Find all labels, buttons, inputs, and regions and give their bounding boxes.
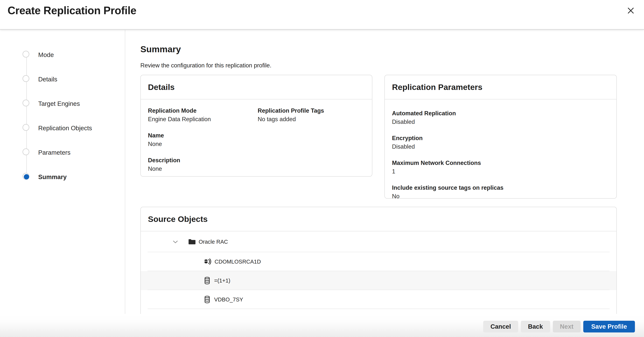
field-label: Include existing source tags on replicas — [392, 184, 609, 192]
step-mode[interactable]: Mode — [0, 51, 125, 59]
source-objects-card-header: Source Objects — [141, 207, 616, 231]
field-value: Disabled — [392, 118, 609, 126]
field-encryption: Encryption Disabled — [392, 134, 609, 151]
tree-row-oracle-rac[interactable]: Oracle RAC — [141, 231, 616, 252]
stepper-connector-line — [26, 55, 27, 177]
field-include-source-tags: Include existing source tags on replicas… — [392, 184, 609, 200]
back-button[interactable]: Back — [521, 321, 550, 332]
step-details[interactable]: Details — [0, 75, 125, 84]
summary-panel: Summary Review the configuration for thi… — [125, 30, 644, 337]
tree-node-label: Oracle RAC — [199, 239, 228, 245]
step-label: Parameters — [38, 148, 70, 157]
field-label: Encryption — [392, 134, 609, 142]
tree-row-cdomlosrca1d[interactable]: CDOMLOSRCA1D — [141, 252, 616, 271]
close-button[interactable] — [626, 5, 636, 16]
replication-parameters-card: Replication Parameters Automated Replica… — [384, 75, 617, 199]
field-value: Engine Data Replication — [148, 116, 258, 123]
section-heading: Summary — [140, 44, 181, 54]
field-value: Disabled — [392, 143, 609, 151]
field-label: Description — [148, 157, 258, 164]
section-description: Review the configuration for this replic… — [140, 62, 272, 69]
field-value: None — [148, 165, 258, 173]
step-replication-objects[interactable]: Replication Objects — [0, 124, 125, 132]
details-right-column: Replication Profile Tags No tags added — [258, 107, 365, 181]
step-label: Summary — [38, 173, 66, 181]
wizard-stepper: Mode Details Target Engines Replication … — [0, 30, 125, 314]
tree-node-label: VDBO_7SY — [214, 296, 243, 303]
tree-row-1plus1[interactable]: =(1+1) — [141, 271, 616, 290]
step-parameters[interactable]: Parameters — [0, 148, 125, 157]
footer-buttons: Cancel Back Next Save Profile — [483, 321, 635, 332]
save-profile-button[interactable]: Save Profile — [583, 321, 635, 332]
step-circle-active-icon — [22, 173, 29, 180]
step-circle-icon — [22, 148, 29, 155]
cdb-database-icon — [203, 257, 212, 266]
step-circle-icon — [22, 51, 29, 58]
field-name: Name None — [148, 132, 258, 148]
step-label: Replication Objects — [38, 124, 92, 132]
tree-node-label: =(1+1) — [214, 277, 230, 284]
field-label: Maximum Network Connections — [392, 159, 609, 167]
step-circle-icon — [22, 124, 29, 131]
step-circle-icon — [22, 100, 29, 106]
close-icon — [626, 6, 635, 15]
step-circle-icon — [22, 75, 29, 82]
details-card-header: Details — [141, 75, 372, 99]
step-label: Details — [38, 75, 57, 84]
cancel-button[interactable]: Cancel — [483, 321, 518, 332]
field-replication-profile-tags: Replication Profile Tags No tags added — [258, 107, 365, 123]
next-button[interactable]: Next — [553, 321, 581, 332]
step-label: Mode — [38, 51, 54, 59]
page-title: Create Replication Profile — [8, 4, 136, 17]
folder-icon — [188, 237, 196, 246]
field-value: No tags added — [258, 116, 365, 123]
source-objects-card: Source Objects Oracle RAC — [140, 207, 617, 314]
source-objects-card-title: Source Objects — [148, 214, 208, 224]
replication-parameters-card-title: Replication Parameters — [392, 83, 482, 92]
details-card: Details Replication Mode Engine Data Rep… — [140, 75, 372, 177]
field-description: Description None — [148, 157, 258, 173]
tree-row-vdbo-7sy[interactable]: VDBO_7SY — [141, 290, 616, 309]
field-label: Replication Profile Tags — [258, 107, 365, 115]
field-value: None — [148, 140, 258, 148]
chevron-down-icon[interactable] — [172, 238, 179, 245]
tree-node-label: CDOMLOSRCA1D — [214, 259, 261, 265]
step-target-engines[interactable]: Target Engines — [0, 100, 125, 108]
details-card-body: Replication Mode Engine Data Replication… — [141, 99, 372, 181]
field-value: 1 — [392, 168, 609, 175]
replication-parameters-card-header: Replication Parameters — [385, 75, 616, 99]
field-automated-replication: Automated Replication Disabled — [392, 110, 609, 126]
database-icon — [203, 276, 211, 285]
step-summary-active[interactable]: Summary — [0, 173, 125, 181]
database-icon — [203, 295, 211, 304]
details-card-title: Details — [148, 83, 174, 92]
replication-parameters-card-body: Automated Replication Disabled Encryptio… — [385, 99, 616, 200]
step-label: Target Engines — [38, 100, 80, 108]
field-label: Name — [148, 132, 258, 139]
field-value: No — [392, 193, 609, 200]
field-label: Replication Mode — [148, 107, 258, 115]
field-replication-mode: Replication Mode Engine Data Replication — [148, 107, 258, 123]
dialog-header: Create Replication Profile — [0, 0, 644, 30]
field-max-network-connections: Maximum Network Connections 1 — [392, 159, 609, 175]
details-left-column: Replication Mode Engine Data Replication… — [148, 107, 258, 181]
field-label: Automated Replication — [392, 110, 609, 117]
dialog-footer: Cancel Back Next Save Profile — [0, 314, 644, 337]
